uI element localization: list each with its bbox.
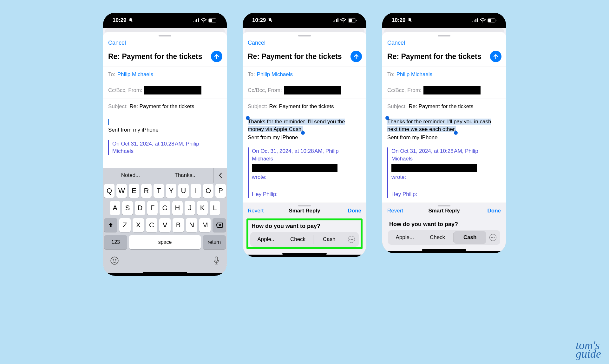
emoji-button[interactable]	[110, 256, 119, 267]
svg-rect-15	[336, 19, 337, 22]
sheet-grabber[interactable]	[438, 35, 450, 36]
option-apple[interactable]: Apple...	[389, 231, 421, 244]
send-button[interactable]	[211, 51, 222, 62]
suggestion-1[interactable]: Noted...	[103, 168, 158, 183]
key-s[interactable]: S	[122, 201, 133, 215]
cancel-button[interactable]: Cancel	[243, 38, 366, 49]
send-button[interactable]	[490, 51, 501, 62]
key-g[interactable]: G	[160, 201, 170, 215]
key-e[interactable]: E	[129, 184, 139, 198]
key-delete[interactable]	[213, 218, 226, 232]
cancel-button[interactable]: Cancel	[103, 38, 227, 49]
key-d[interactable]: D	[135, 201, 145, 215]
key-return[interactable]: return	[203, 235, 226, 249]
done-button[interactable]: Done	[479, 208, 501, 214]
key-t[interactable]: T	[154, 184, 164, 198]
option-check[interactable]: Check	[422, 231, 454, 244]
cellular-icon	[333, 18, 338, 22]
key-i[interactable]: I	[191, 184, 201, 198]
key-j[interactable]: J	[185, 201, 195, 215]
key-u[interactable]: U	[178, 184, 189, 198]
redacted-from	[284, 86, 341, 94]
key-p[interactable]: P	[215, 184, 226, 198]
redacted-from	[423, 86, 481, 94]
option-check[interactable]: Check	[283, 233, 313, 246]
signature: Sent from my iPhone	[387, 134, 501, 141]
subject-field[interactable]: Subject: Re: Payment for the tickets	[382, 99, 506, 114]
key-a[interactable]: A	[110, 201, 120, 215]
smart-reply-panel: Revert Smart Reply Done How do you want …	[243, 203, 366, 255]
email-body[interactable]: Sent from my iPhone On Oct 31, 2024, at …	[103, 114, 227, 168]
svg-rect-27	[496, 20, 496, 21]
key-v[interactable]: V	[159, 218, 171, 232]
cancel-button[interactable]: Cancel	[382, 38, 506, 49]
key-shift[interactable]	[104, 218, 117, 232]
key-y[interactable]: Y	[166, 184, 176, 198]
redacted-email	[391, 164, 477, 172]
key-n[interactable]: N	[186, 218, 197, 232]
to-recipient[interactable]: Philip Michaels	[396, 71, 432, 78]
key-k[interactable]: K	[197, 201, 207, 215]
key-h[interactable]: H	[172, 201, 183, 215]
mic-button[interactable]	[213, 256, 220, 267]
selection-handle-start[interactable]	[246, 116, 250, 120]
key-l[interactable]: L	[210, 201, 220, 215]
sheet-grabber[interactable]	[298, 35, 311, 36]
cc-bcc-from-field[interactable]: Cc/Bcc, From:	[382, 82, 506, 99]
home-indicator[interactable]	[143, 272, 187, 273]
cc-bcc-from-field[interactable]: Cc/Bcc, From:	[243, 82, 366, 99]
suggestion-2[interactable]: Thanks...	[158, 168, 213, 183]
to-field[interactable]: To: Philip Michaels	[243, 67, 366, 82]
key-123[interactable]: 123	[104, 235, 127, 249]
key-b[interactable]: B	[173, 218, 184, 232]
to-field[interactable]: To: Philip Michaels	[103, 67, 227, 82]
to-label: To:	[387, 71, 395, 78]
arrow-up-icon	[493, 53, 499, 60]
key-q[interactable]: Q	[104, 184, 115, 198]
key-r[interactable]: R	[141, 184, 152, 198]
home-indicator[interactable]	[422, 249, 466, 251]
sheet-grabber[interactable]	[159, 35, 171, 36]
key-w[interactable]: W	[116, 184, 127, 198]
send-button[interactable]	[350, 51, 362, 62]
more-options[interactable]: •••	[487, 234, 499, 241]
subject-field[interactable]: Subject: Re: Payment for the tickets	[243, 99, 366, 114]
revert-button[interactable]: Revert	[248, 208, 270, 214]
svg-rect-2	[195, 20, 196, 22]
key-o[interactable]: O	[203, 184, 213, 198]
revert-button[interactable]: Revert	[387, 208, 409, 214]
key-x[interactable]: X	[133, 218, 144, 232]
svg-rect-4	[198, 18, 199, 22]
smart-reply-options: How do you want to pay? Apple... Check C…	[386, 218, 502, 245]
panel-grabber[interactable]	[298, 205, 311, 206]
more-options[interactable]: •••	[345, 236, 358, 243]
panel-grabber[interactable]	[438, 205, 450, 206]
svg-rect-19	[356, 20, 357, 21]
selected-reply-text[interactable]: Thanks for the reminder. I'll pay you in…	[387, 119, 491, 132]
key-m[interactable]: M	[199, 218, 211, 232]
home-indicator[interactable]	[282, 253, 327, 255]
key-space[interactable]: space	[129, 235, 200, 249]
selected-reply-text[interactable]: Thanks for the reminder. I'll send you t…	[248, 119, 345, 132]
cc-bcc-from-field[interactable]: Cc/Bcc, From:	[103, 82, 227, 99]
option-apple[interactable]: Apple...	[251, 233, 282, 246]
option-cash[interactable]: Cash	[314, 233, 344, 246]
selection-handle-end[interactable]	[301, 131, 305, 135]
done-button[interactable]: Done	[339, 208, 361, 214]
subject-field[interactable]: Subject: Re: Payment for the tickets	[103, 99, 227, 114]
status-time: 10:29	[392, 17, 405, 23]
key-z[interactable]: Z	[119, 218, 131, 232]
to-recipient[interactable]: Philip Michaels	[117, 71, 153, 78]
text-cursor	[108, 119, 109, 125]
key-c[interactable]: C	[146, 218, 157, 232]
keyboard[interactable]: Noted... Thanks... Q W E R T Y U	[103, 168, 227, 273]
key-f[interactable]: F	[147, 201, 158, 215]
email-body[interactable]: Thanks for the reminder. I'll pay you in…	[382, 114, 506, 203]
selection-handle-start[interactable]	[385, 116, 389, 120]
cc-label: Cc/Bcc, From:	[387, 87, 422, 94]
email-body[interactable]: Thanks for the reminder. I'll send you t…	[243, 114, 366, 203]
suggestion-collapse[interactable]	[213, 168, 227, 183]
to-field[interactable]: To: Philip Michaels	[382, 67, 506, 82]
option-cash[interactable]: Cash	[454, 231, 486, 244]
to-recipient[interactable]: Philip Michaels	[257, 71, 293, 78]
